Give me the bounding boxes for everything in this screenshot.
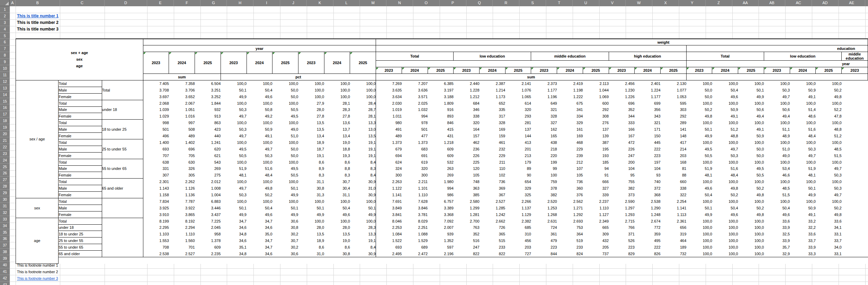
data-cell[interactable]: 49,5 (738, 165, 764, 172)
data-cell[interactable]: 289 (661, 120, 687, 126)
data-cell[interactable]: 600 (583, 100, 609, 106)
data-cell[interactable]: 325 (505, 192, 531, 198)
education-header-cell[interactable]: education (686, 45, 868, 52)
data-cell[interactable]: 1.297 (609, 205, 635, 211)
data-cell[interactable] (842, 133, 868, 139)
data-cell[interactable]: 100,0 (712, 139, 738, 146)
data-cell[interactable]: 50,0 (272, 146, 298, 152)
data-cell[interactable]: 28,3 (350, 224, 376, 231)
data-cell[interactable]: 826 (635, 251, 661, 257)
data-cell[interactable]: 49,8 (816, 93, 842, 100)
data-cell[interactable]: 100,0 (686, 100, 712, 106)
data-cell[interactable]: 363 (454, 185, 480, 192)
row-header-41[interactable]: 41 (0, 268, 10, 275)
data-cell[interactable]: 1.173 (480, 93, 505, 100)
data-cell[interactable]: 100,0 (764, 80, 790, 87)
data-cell[interactable]: 100,0 (350, 87, 376, 93)
row-label[interactable]: Male (59, 106, 102, 113)
data-cell[interactable]: 105 (557, 172, 583, 179)
data-cell[interactable]: 33,9 (764, 224, 790, 231)
row-header-2[interactable]: 2 (0, 13, 10, 19)
data-cell[interactable]: 724 (531, 224, 557, 231)
row-label[interactable]: Female (59, 172, 102, 179)
data-cell[interactable]: 50,0 (686, 93, 712, 100)
row-header-37[interactable]: 37 (0, 242, 10, 249)
data-cell[interactable]: 222 (635, 244, 661, 251)
data-cell[interactable]: 489 (169, 133, 195, 139)
row-label[interactable]: Total (59, 159, 102, 165)
data-cell[interactable]: 49,7 (221, 133, 247, 139)
data-cell[interactable]: 1.110 (583, 205, 609, 211)
data-cell[interactable]: 1.378 (195, 238, 221, 244)
data-cell[interactable]: 49,9 (790, 192, 816, 198)
data-cell[interactable]: 708 (143, 244, 169, 251)
row-header-8[interactable]: 8 (0, 52, 10, 59)
age-group-label[interactable]: 55 to under 65 (102, 159, 143, 179)
data-cell[interactable]: 49,9 (686, 133, 712, 139)
data-cell[interactable]: 220 (531, 152, 557, 159)
data-cell[interactable]: 543 (195, 159, 221, 165)
data-cell[interactable]: 28,0 (298, 106, 324, 113)
data-cell[interactable]: 2.113 (583, 80, 609, 87)
data-cell[interactable]: 49,6 (712, 93, 738, 100)
data-cell[interactable]: 1.129 (505, 211, 531, 218)
data-cell[interactable]: 309 (583, 231, 609, 238)
data-cell[interactable]: 1.281 (454, 211, 480, 218)
data-cell[interactable]: 685 (505, 224, 531, 231)
age-group-label[interactable]: 18 to under 25 (102, 120, 143, 139)
data-cell[interactable]: 49,8 (738, 211, 764, 218)
data-cell[interactable]: 1.101 (402, 185, 428, 192)
data-cell[interactable]: 48,4 (247, 172, 272, 179)
column-header-X[interactable]: X (652, 0, 679, 6)
data-cell[interactable]: 100,0 (350, 198, 376, 205)
data-cell[interactable]: 2.419 (557, 80, 583, 87)
footnote-3-link[interactable]: This is footnote number 3 (16, 276, 59, 281)
data-cell[interactable]: 8,6 (298, 244, 324, 251)
data-cell[interactable]: 3.368 (428, 211, 454, 218)
data-cell[interactable]: 49,9 (738, 93, 764, 100)
column-header-G[interactable]: G (200, 0, 227, 6)
data-cell[interactable]: 1.214 (480, 87, 505, 93)
data-cell[interactable]: 327 (583, 185, 609, 192)
data-cell[interactable]: 179 (505, 159, 531, 165)
data-cell[interactable]: 28,4 (350, 100, 376, 106)
data-cell[interactable]: 100,0 (738, 120, 764, 126)
data-cell[interactable]: 91 (583, 172, 609, 179)
row-label[interactable]: Total (59, 100, 102, 106)
data-cell[interactable]: 1.222 (557, 93, 583, 100)
data-cell[interactable]: 367 (480, 192, 505, 198)
data-cell[interactable]: 100,0 (686, 80, 712, 87)
row-label[interactable]: 55 to under 65 (59, 244, 102, 251)
data-cell[interactable]: 100,0 (712, 251, 738, 257)
data-cell[interactable] (842, 244, 868, 251)
data-cell[interactable]: 150 (635, 133, 661, 139)
data-cell[interactable]: 50,2 (712, 192, 738, 198)
data-cell[interactable]: 1.196 (531, 93, 557, 100)
data-cell[interactable]: 100,0 (686, 198, 712, 205)
data-cell[interactable]: 100,0 (298, 218, 324, 224)
data-cell[interactable]: 100,0 (764, 198, 790, 205)
data-cell[interactable]: 324 (376, 165, 402, 172)
data-cell[interactable]: 31,1 (324, 192, 350, 198)
data-cell[interactable]: 359 (635, 231, 661, 238)
data-cell[interactable]: 300 (402, 172, 428, 179)
data-cell[interactable]: 30,9 (350, 192, 376, 198)
data-cell[interactable]: 666 (583, 179, 609, 185)
data-cell[interactable]: 2.262 (169, 179, 195, 185)
data-cell[interactable]: 34,6 (221, 224, 247, 231)
data-cell[interactable]: 49,8 (738, 192, 764, 198)
data-cell[interactable]: 2.382 (505, 218, 531, 224)
data-cell[interactable]: 100,0 (247, 159, 272, 165)
data-cell[interactable]: 49,9 (686, 211, 712, 218)
data-cell[interactable]: 31,3 (298, 192, 324, 198)
data-cell[interactable]: 438 (531, 139, 557, 146)
data-cell[interactable]: 2.562 (557, 198, 583, 205)
data-cell[interactable]: 329 (505, 185, 531, 192)
data-cell[interactable]: 1.373 (402, 139, 428, 146)
data-cell[interactable]: 508 (169, 126, 195, 133)
data-cell[interactable]: 100,0 (712, 231, 738, 238)
data-cell[interactable]: 371 (609, 231, 635, 238)
data-cell[interactable]: 137 (505, 126, 531, 133)
data-cell[interactable]: 1.077 (661, 87, 687, 93)
year-header-cell[interactable]: 2023 (842, 67, 868, 74)
